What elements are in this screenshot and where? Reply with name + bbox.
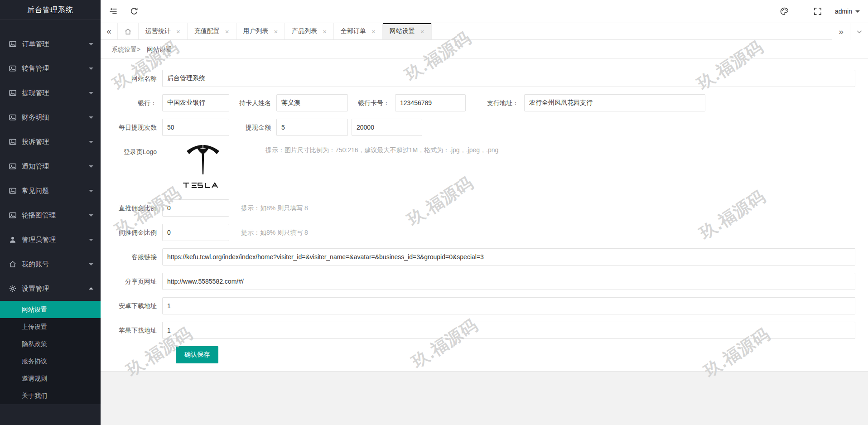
sidebar-subitem-site-settings[interactable]: 网站设置: [0, 301, 101, 318]
daily-withdraw-count-label: 每日提现次数: [104, 119, 162, 136]
sidebar-item-finance[interactable]: 财务明细: [0, 105, 101, 130]
image-icon: [9, 187, 17, 195]
tab-home[interactable]: [118, 23, 139, 39]
image-icon: [9, 211, 17, 219]
branch-address-label: 支行地址：: [466, 94, 524, 111]
image-icon: [9, 89, 17, 97]
sidebar-item-label: 提现管理: [22, 89, 49, 97]
tab-close-icon[interactable]: ×: [274, 28, 278, 35]
caret-down-icon: [89, 116, 93, 119]
tab-recharge-config[interactable]: 充值配置×: [188, 23, 236, 39]
card-holder-input[interactable]: [276, 94, 348, 111]
image-icon: [9, 162, 17, 170]
tab-close-icon[interactable]: ×: [176, 28, 180, 35]
form-row-bank: 银行： 持卡人姓名 银行卡号： 支行地址：: [104, 94, 868, 111]
tab-label: 运营统计: [145, 27, 171, 35]
form-row-save: 确认保存: [176, 346, 868, 363]
sidebar-item-label: 财务明细: [22, 113, 49, 122]
form-row-android-download: 安卓下载地址: [104, 297, 868, 314]
image-icon: [9, 138, 17, 146]
service-link-input[interactable]: [162, 248, 855, 266]
share-url-input[interactable]: [162, 273, 855, 290]
card-number-label: 银行卡号：: [348, 94, 395, 111]
tab-close-icon[interactable]: ×: [225, 28, 229, 35]
image-icon: [9, 113, 17, 121]
form-row-service-link: 客服链接: [104, 248, 868, 266]
bank-input[interactable]: [162, 94, 229, 111]
caret-down-icon: [89, 68, 93, 70]
site-name-input[interactable]: [162, 70, 855, 87]
sidebar-item-notices[interactable]: 通知管理: [0, 154, 101, 179]
login-logo-image: [180, 143, 226, 188]
sidebar-item-label: 我的账号: [22, 260, 49, 269]
form-row-ios-download: 苹果下载地址: [104, 322, 868, 339]
main-area: admin « 运营统计×充值配置×用户列表×产品列表×全部订单×网站设置× »…: [101, 0, 868, 425]
tab-site-settings[interactable]: 网站设置×: [383, 23, 432, 39]
sidebar-item-orders[interactable]: 订单管理: [0, 32, 101, 56]
settings-form: 网站名称 银行： 持卡人姓名 银行卡号： 支行地址： 每日提现次数 提现金额 登…: [101, 59, 868, 372]
tabs-dropdown-button[interactable]: [850, 23, 868, 40]
tab-user-list[interactable]: 用户列表×: [236, 23, 285, 39]
theme-palette-icon[interactable]: [780, 7, 789, 16]
image-icon: [9, 64, 17, 72]
form-row-direct-commission: 直推佣金比例 提示：如8% 则只填写 8: [104, 199, 868, 217]
tab-close-icon[interactable]: ×: [371, 28, 376, 35]
form-row-withdraw: 每日提现次数 提现金额: [104, 119, 868, 136]
withdraw-amount-max-input[interactable]: [352, 119, 422, 136]
sidebar-item-admins[interactable]: 管理员管理: [0, 227, 101, 252]
form-row-site-name: 网站名称: [104, 70, 868, 87]
app-title: 后台管理系统: [0, 0, 101, 20]
tesla-wordmark: [181, 182, 225, 188]
sidebar-item-faq[interactable]: 常见问题: [0, 179, 101, 203]
admin-menu[interactable]: admin: [835, 8, 860, 15]
sidebar-subitem-upload-settings[interactable]: 上传设置: [0, 318, 101, 335]
tab-label: 用户列表: [243, 27, 269, 35]
fullscreen-icon[interactable]: [813, 7, 822, 16]
sidebar-item-my-account[interactable]: 我的账号: [0, 252, 101, 276]
caret-up-icon: [89, 287, 93, 290]
sidebar-subitem-privacy-policy[interactable]: 隐私政策: [0, 335, 101, 353]
login-logo-hint: 提示：图片尺寸比例为：750:216，建议最大不超过1M，格式为：.jpg，.j…: [265, 145, 498, 155]
tab-close-icon[interactable]: ×: [323, 28, 327, 35]
tab-close-icon[interactable]: ×: [420, 28, 424, 35]
site-name-label: 网站名称: [104, 70, 162, 87]
tab-operation-stats[interactable]: 运营统计×: [139, 23, 188, 39]
branch-address-input[interactable]: [524, 94, 705, 111]
ios-download-input[interactable]: [162, 322, 855, 339]
save-button[interactable]: 确认保存: [176, 346, 218, 363]
sidebar-item-label: 常见问题: [22, 187, 49, 195]
tabs-scroll-right-button[interactable]: »: [832, 23, 850, 40]
tab-label: 网站设置: [390, 27, 415, 35]
form-row-login-logo: 登录页Logo 提示：图片尺寸比例为：750:216，建议最大不超过1M，格式为…: [104, 143, 868, 188]
tab-all-orders[interactable]: 全部订单×: [334, 23, 383, 39]
sidebar-item-label: 订单管理: [22, 40, 49, 48]
sidebar-subitem-invite-rules[interactable]: 邀请规则: [0, 370, 101, 387]
refresh-icon[interactable]: [130, 7, 139, 16]
tabs-scroll-left-button[interactable]: «: [101, 23, 118, 39]
sidebar-item-label: 管理员管理: [22, 236, 56, 244]
sidebar-item-settings[interactable]: 设置管理: [0, 276, 101, 301]
sidebar-item-resale[interactable]: 转售管理: [0, 56, 101, 81]
sidebar-item-complaints[interactable]: 投诉管理: [0, 130, 101, 154]
sidebar-item-banners[interactable]: 轮播图管理: [0, 203, 101, 227]
sidebar-item-label: 通知管理: [22, 162, 49, 171]
caret-down-icon: [89, 190, 93, 192]
sidebar-item-label: 设置管理: [22, 285, 49, 293]
tab-product-list[interactable]: 产品列表×: [285, 23, 334, 39]
withdraw-amount-min-input[interactable]: [276, 119, 348, 136]
sidebar-item-withdrawals[interactable]: 提现管理: [0, 81, 101, 105]
sidebar-subitem-service-agreement[interactable]: 服务协议: [0, 353, 101, 370]
breadcrumb-parent: 系统设置>: [111, 46, 140, 53]
sidebar-subitem-about-us[interactable]: 关于我们: [0, 387, 101, 404]
tesla-emblem-icon: [184, 143, 222, 179]
android-download-label: 安卓下载地址: [104, 297, 162, 314]
login-logo-label: 登录页Logo: [104, 143, 162, 160]
collapse-sidebar-icon[interactable]: [109, 7, 118, 16]
card-number-input[interactable]: [395, 94, 466, 111]
caret-down-icon: [89, 214, 93, 217]
direct-commission-input[interactable]: [162, 199, 229, 217]
tab-label: 充值配置: [194, 27, 220, 35]
android-download-input[interactable]: [162, 297, 855, 314]
indirect-commission-input[interactable]: [162, 224, 229, 241]
daily-withdraw-count-input[interactable]: [162, 119, 229, 136]
